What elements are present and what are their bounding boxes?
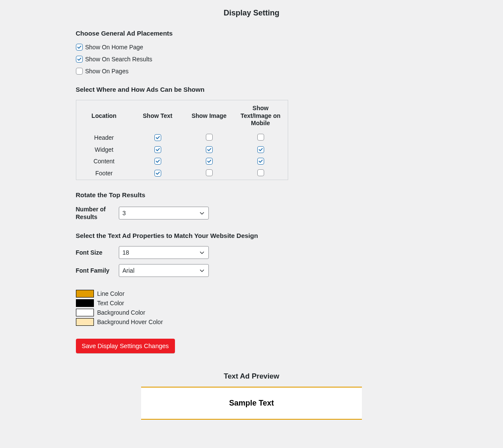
show-image-checkbox-2[interactable] (206, 158, 213, 165)
checkmark-icon (207, 147, 212, 152)
checkmark-icon (258, 159, 263, 164)
col-show-image: Show Image (184, 112, 235, 120)
placement-item: Show On Pages (76, 68, 428, 75)
show-image-checkbox-0[interactable] (206, 134, 213, 141)
checkmark-icon (77, 45, 82, 50)
section-rotate-heading: Rotate the Top Results (76, 191, 428, 198)
checkmark-icon (258, 147, 263, 152)
chevron-down-icon (199, 250, 205, 256)
show-mobile-checkbox-0[interactable] (257, 134, 264, 141)
show-text-checkbox-3[interactable] (154, 170, 161, 177)
location-name: Content (76, 158, 132, 165)
background-color-swatch[interactable] (76, 309, 94, 316)
font-size-select[interactable]: 18 (119, 246, 209, 259)
show-text-checkbox-2[interactable] (154, 158, 161, 165)
show-text-checkbox-1[interactable] (154, 146, 161, 153)
font-size-value: 18 (123, 249, 130, 256)
placement-item: Show On Search Results (76, 56, 428, 63)
show-text-checkbox-0[interactable] (154, 134, 161, 141)
line-color-swatch[interactable] (76, 290, 94, 298)
background-color-label: Background Color (97, 309, 145, 316)
font-size-label: Font Size (76, 249, 119, 256)
table-row: Widget (76, 144, 288, 156)
number-of-results-label: Number of Results (76, 205, 119, 221)
chevron-down-icon (199, 210, 205, 216)
placement-checkbox-1[interactable] (76, 56, 83, 63)
font-family-label: Font Family (76, 267, 119, 274)
font-family-select[interactable]: Arial (119, 264, 209, 277)
preview-heading: Text Ad Preview (72, 372, 432, 381)
text-ad-preview: Sample Text (141, 387, 362, 420)
location-name: Widget (76, 146, 132, 153)
table-row: Content (76, 156, 288, 167)
save-button[interactable]: Save Display Settings Changes (76, 339, 175, 353)
show-mobile-checkbox-1[interactable] (257, 146, 264, 153)
text-color-swatch[interactable] (76, 299, 94, 307)
line-color-label: Line Color (97, 290, 125, 297)
show-image-checkbox-1[interactable] (206, 146, 213, 153)
chevron-down-icon (199, 268, 205, 274)
number-of-results-select[interactable]: 3 (119, 207, 209, 219)
background-hover-color-swatch[interactable] (76, 318, 94, 326)
section-placements-heading: Choose General Ad Placements (76, 30, 428, 37)
col-show-text: Show Text (132, 112, 184, 120)
col-location: Location (76, 112, 132, 120)
locations-table: Location Show Text Show Image Show Text/… (76, 100, 288, 180)
placement-label: Show On Home Page (85, 44, 143, 51)
placement-checkbox-2[interactable] (76, 68, 83, 75)
section-textad-heading: Select the Text Ad Properties to Match Y… (76, 232, 428, 239)
background-hover-color-label: Background Hover Color (97, 319, 163, 325)
page-title: Display Setting (72, 9, 432, 18)
placement-checkbox-0[interactable] (76, 44, 83, 51)
table-row: Header (76, 132, 288, 144)
section-locations-heading: Select Where and How Ads Can be Shown (76, 86, 428, 93)
show-mobile-checkbox-3[interactable] (257, 169, 264, 176)
placement-label: Show On Search Results (85, 56, 152, 63)
table-row: Footer (76, 167, 288, 180)
checkmark-icon (155, 171, 160, 176)
checkmark-icon (155, 159, 160, 164)
checkmark-icon (207, 159, 212, 164)
checkmark-icon (77, 57, 82, 62)
font-family-value: Arial (123, 267, 135, 274)
show-mobile-checkbox-2[interactable] (257, 158, 264, 165)
checkmark-icon (155, 147, 160, 152)
placement-label: Show On Pages (85, 68, 129, 75)
col-show-mobile: Show Text/Image on Mobile (235, 105, 286, 127)
number-of-results-value: 3 (123, 210, 126, 216)
location-name: Header (76, 134, 132, 141)
checkmark-icon (155, 135, 160, 140)
text-color-label: Text Color (97, 300, 124, 307)
show-image-checkbox-3[interactable] (206, 169, 213, 176)
location-name: Footer (76, 170, 132, 177)
placement-item: Show On Home Page (76, 44, 428, 51)
